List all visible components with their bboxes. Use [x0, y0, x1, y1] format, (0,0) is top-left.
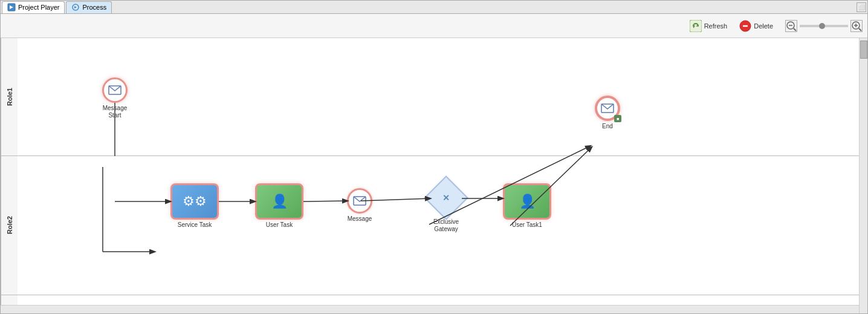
tab-process[interactable]: Process [66, 1, 112, 13]
main-canvas: Role1 MessageStart [1, 38, 859, 313]
lane1-arrows [18, 38, 859, 156]
zoom-slider[interactable] [800, 25, 848, 27]
user-icon: 👤 [271, 194, 288, 209]
canvas-area: Role1 MessageStart [1, 38, 867, 313]
tab-process-label: Process [82, 4, 106, 11]
user-task1[interactable]: 👤 User Task1 [503, 183, 551, 229]
zoom-out-icon [786, 21, 797, 31]
gateway-diamond: ✕ [424, 175, 468, 220]
service-task-box: ⚙⚙ [170, 183, 219, 220]
scrollbar-bottom[interactable] [1, 305, 859, 313]
refresh-icon [690, 20, 702, 32]
lane-role2-content: ⚙⚙ Service Task 👤 User Task [18, 156, 859, 295]
message-event-circle [347, 188, 372, 214]
message-start-label: MessageStart [103, 105, 128, 119]
scrollbar-right[interactable] [859, 38, 867, 313]
gear-icon: ⚙⚙ [183, 194, 207, 209]
lane-role1-label: Role1 [1, 38, 18, 155]
svg-line-19 [303, 201, 348, 201]
user-task1-icon: 👤 [519, 194, 536, 209]
zoom-control [785, 20, 863, 32]
lane-role1: Role1 MessageStart [1, 38, 859, 156]
zoom-slider-thumb[interactable] [819, 23, 825, 29]
end-badge: ■ [614, 115, 621, 122]
message-start-event[interactable]: MessageStart [102, 77, 128, 119]
process-icon [71, 3, 80, 11]
zoom-in-button[interactable] [850, 20, 863, 32]
toolbar: Refresh Delete [1, 14, 867, 38]
lane-role2-label: Role2 [1, 156, 18, 295]
zoom-in-icon [851, 21, 862, 31]
user-task1-label: User Task1 [512, 221, 542, 229]
message-event[interactable]: Message [347, 188, 372, 223]
tab-project-player[interactable]: Project Player [2, 1, 65, 13]
swim-lanes: Role1 MessageStart [1, 38, 859, 305]
delete-button[interactable]: Delete [734, 18, 778, 34]
service-task[interactable]: ⚙⚙ Service Task [170, 183, 219, 229]
delete-label: Delete [754, 22, 773, 30]
refresh-button[interactable]: Refresh [685, 18, 733, 34]
maximize-button[interactable]: ⬜ [857, 2, 866, 12]
message-start-circle [102, 77, 128, 103]
delete-icon [739, 20, 751, 32]
scrollbar-thumb[interactable] [860, 41, 867, 59]
main-window: Project Player Process ⬜ Refresh [0, 0, 868, 314]
user-task-label: User Task [266, 221, 293, 229]
lane-role1-content: MessageStart ■ [18, 38, 859, 155]
exclusive-gateway[interactable]: ✕ ExclusiveGateway [430, 182, 462, 233]
lane-role2: Role2 ⚙⚙ Service Task [1, 156, 859, 295]
tab-bar: Project Player Process ⬜ [1, 1, 867, 14]
refresh-label: Refresh [704, 22, 728, 30]
message-event-label: Message [348, 215, 372, 223]
svg-rect-3 [690, 20, 702, 32]
svg-line-8 [794, 28, 796, 31]
message-event-msg-icon [353, 196, 366, 206]
user-task-box: 👤 [255, 183, 303, 220]
project-player-icon [7, 3, 16, 11]
zoom-out-button[interactable] [785, 20, 797, 32]
exclusive-gateway-label: ExclusiveGateway [433, 218, 459, 233]
x-icon: ✕ [442, 193, 450, 203]
svg-line-12 [859, 28, 861, 31]
end-label: End [602, 123, 613, 130]
end-event[interactable]: ■ End [595, 96, 620, 130]
service-task-label: Service Task [178, 221, 212, 229]
lane-empty [1, 295, 859, 305]
end-msg-icon [601, 103, 614, 113]
lane-empty-content [18, 295, 859, 305]
lane-empty-label [1, 295, 18, 305]
user-task[interactable]: 👤 User Task [255, 183, 303, 229]
tab-project-player-label: Project Player [18, 4, 59, 11]
message-start-msg-icon [108, 85, 121, 95]
user-task1-box: 👤 [503, 183, 551, 220]
